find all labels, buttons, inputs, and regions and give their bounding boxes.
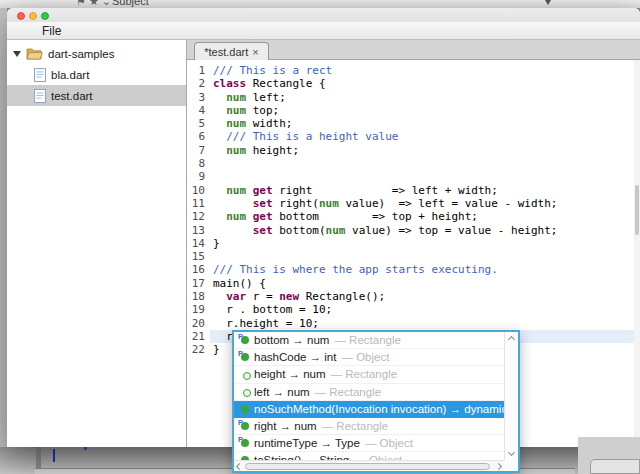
code-text[interactable]: class Rectangle { xyxy=(210,77,640,90)
tab-close-icon[interactable]: × xyxy=(252,46,258,58)
file-name: test.dart xyxy=(51,90,93,102)
completion-context: — Object xyxy=(365,437,413,449)
disclosure-triangle-icon[interactable] xyxy=(13,51,21,57)
code-text[interactable]: num get right => left + width; xyxy=(210,184,640,197)
close-window-button[interactable] xyxy=(17,12,25,20)
completion-item-4[interactable]: left → num— Rectangle xyxy=(234,384,504,401)
scroll-down-icon[interactable] xyxy=(508,449,515,456)
code-text[interactable]: num width; xyxy=(210,117,640,130)
line-number: 18 xyxy=(187,290,210,303)
code-line-18[interactable]: 18 var r = new Rectangle(); xyxy=(187,290,640,303)
completion-context: — Rectangle xyxy=(315,386,381,398)
code-text[interactable]: set bottom(num value) => top = value - h… xyxy=(210,224,640,237)
line-number: 21 xyxy=(187,330,210,343)
completion-item-1[interactable]: Pbottom → num— Rectangle xyxy=(234,332,504,349)
code-line-9[interactable]: 9 xyxy=(187,170,640,183)
completion-item-2[interactable]: PhashCode → int— Object xyxy=(234,349,504,366)
code-line-12[interactable]: 12 num get bottom => top + height; xyxy=(187,210,640,223)
code-line-11[interactable]: 11 set right(num value) => left = value … xyxy=(187,197,640,210)
code-text[interactable]: num height; xyxy=(210,144,640,157)
code-line-13[interactable]: 13 set bottom(num value) => top = value … xyxy=(187,224,640,237)
file-menu[interactable]: File xyxy=(42,24,61,38)
completion-item-6[interactable]: Pright → num— Rectangle xyxy=(234,418,504,435)
code-text[interactable]: /// This is where the app starts executi… xyxy=(210,263,640,276)
title-bar[interactable] xyxy=(7,8,640,22)
code-line-10[interactable]: 10 num get right => left + width; xyxy=(187,184,640,197)
code-line-17[interactable]: 17main() { xyxy=(187,277,640,290)
code-text[interactable]: main() { xyxy=(210,277,640,290)
completion-item-7[interactable]: PruntimeType → Type— Object xyxy=(234,435,504,452)
star-icon: ★ xyxy=(89,0,99,7)
popup-vertical-scrollbar[interactable] xyxy=(504,332,518,460)
zoom-window-button[interactable] xyxy=(41,12,49,20)
line-number: 3 xyxy=(187,91,210,104)
code-text[interactable]: r . bottom = 10; xyxy=(210,303,640,316)
code-line-19[interactable]: 19 r . bottom = 10; xyxy=(187,303,640,316)
code-line-3[interactable]: 3 num left; xyxy=(187,91,640,104)
completion-context: — Rectangle xyxy=(322,420,388,432)
completion-list: Pbottom → num— RectanglePhashCode → int—… xyxy=(234,332,504,460)
sidebar-item-dart-samples[interactable]: dart-samples xyxy=(7,43,186,64)
code-text[interactable]: num top; xyxy=(210,104,640,117)
completion-label: right → num xyxy=(254,420,317,432)
background-corner-field xyxy=(590,459,640,474)
tab-test-dart[interactable]: *test.dart × xyxy=(194,42,269,60)
completion-label: noSuchMethod(Invocation invocation) → dy… xyxy=(254,403,504,415)
line-number: 20 xyxy=(187,317,210,330)
editor-scrollbar-thumb[interactable] xyxy=(635,185,639,235)
code-line-14[interactable]: 14} xyxy=(187,237,640,250)
code-line-15[interactable]: 15 xyxy=(187,250,640,263)
line-number: 19 xyxy=(187,303,210,316)
code-text[interactable]: num left; xyxy=(210,91,640,104)
code-line-16[interactable]: 16/// This is where the app starts execu… xyxy=(187,263,640,276)
subject-column-label: Subject xyxy=(112,0,149,7)
folder-icon xyxy=(26,47,43,60)
line-number: 14 xyxy=(187,237,210,250)
code-line-5[interactable]: 5 num width; xyxy=(187,117,640,130)
line-number: 15 xyxy=(187,250,210,263)
completion-context: — Rectangle xyxy=(331,368,397,380)
completion-item-8[interactable]: toString() → String— Object xyxy=(234,452,504,460)
background-text-caret xyxy=(53,449,55,462)
code-text[interactable] xyxy=(210,157,640,170)
file-name: bla.dart xyxy=(51,69,89,81)
background-window-edge xyxy=(0,8,7,474)
field-icon xyxy=(238,368,254,381)
horizontal-scrollbar-thumb[interactable] xyxy=(245,463,490,470)
property-icon: P xyxy=(238,351,254,364)
code-line-6[interactable]: 6 /// This is a height value xyxy=(187,130,640,143)
flag-icon: ⚑ xyxy=(76,0,86,7)
minimize-window-button[interactable] xyxy=(29,12,37,20)
file-tree-panel[interactable]: dart-samples bla.darttest.dart xyxy=(7,40,187,447)
scrollbar-corner xyxy=(504,460,518,471)
sidebar-item-test-dart[interactable]: test.dart xyxy=(7,85,186,106)
scroll-left-icon[interactable] xyxy=(236,462,243,469)
code-line-8[interactable]: 8 xyxy=(187,157,640,170)
scroll-right-icon[interactable] xyxy=(495,462,502,469)
code-line-7[interactable]: 7 num height; xyxy=(187,144,640,157)
completion-item-5[interactable]: noSuchMethod(Invocation invocation) → dy… xyxy=(234,401,504,418)
completion-item-3[interactable]: height → num— Rectangle xyxy=(234,366,504,383)
code-line-20[interactable]: 20 r.height = 10; xyxy=(187,317,640,330)
code-text[interactable] xyxy=(210,170,640,183)
sidebar-item-bla-dart[interactable]: bla.dart xyxy=(7,64,186,85)
line-number: 4 xyxy=(187,104,210,117)
background-divider xyxy=(36,447,41,468)
code-text[interactable] xyxy=(210,250,640,263)
scroll-up-icon[interactable] xyxy=(508,336,515,343)
code-text[interactable]: set right(num value) => left = value - w… xyxy=(210,197,640,210)
property-icon: P xyxy=(238,420,254,433)
menu-bar: File xyxy=(7,22,640,40)
popup-horizontal-scrollbar[interactable] xyxy=(234,460,504,471)
code-text[interactable]: /// This is a height value xyxy=(210,130,640,143)
code-line-4[interactable]: 4 num top; xyxy=(187,104,640,117)
code-text[interactable]: r.height = 10; xyxy=(210,317,640,330)
code-text[interactable]: num get bottom => top + height; xyxy=(210,210,640,223)
code-line-1[interactable]: 1/// This is a rect xyxy=(187,64,640,77)
code-text[interactable]: var r = new Rectangle(); xyxy=(210,290,640,303)
method-icon xyxy=(238,402,254,415)
code-line-2[interactable]: 2class Rectangle { xyxy=(187,77,640,90)
editor-scrollbar[interactable] xyxy=(634,60,640,447)
code-text[interactable]: } xyxy=(210,237,640,250)
code-text[interactable]: /// This is a rect xyxy=(210,64,640,77)
